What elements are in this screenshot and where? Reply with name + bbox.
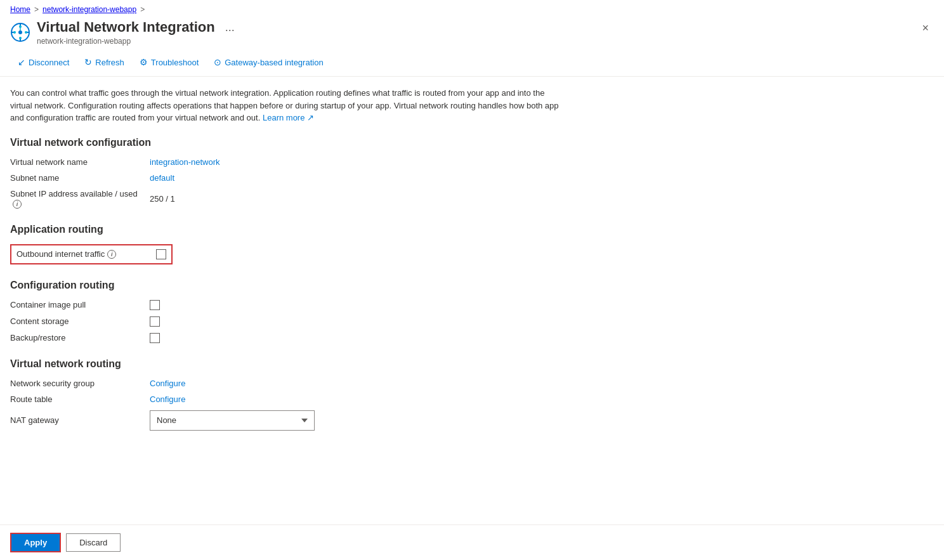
app-routing-section: Application routing Outbound internet tr… — [10, 224, 561, 264]
description: You can control what traffic goes throug… — [10, 87, 561, 124]
gateway-label: Gateway-based integration — [225, 58, 323, 67]
nsg-label: Network security group — [10, 379, 150, 388]
subnet-ip-label: Subnet IP address available / used i — [10, 189, 150, 209]
troubleshoot-label: Troubleshoot — [151, 58, 199, 67]
subnet-ip-info-icon: i — [13, 200, 22, 209]
nat-gateway-label: NAT gateway — [10, 415, 150, 425]
outbound-info-icon: i — [107, 250, 116, 259]
nat-gateway-dropdown[interactable]: None — [150, 410, 315, 431]
content-storage-checkbox[interactable] — [150, 316, 160, 327]
breadcrumb-app[interactable]: network-integration-webapp — [43, 5, 136, 14]
svg-point-7 — [19, 25, 22, 28]
config-routing-section: Configuration routing Container image pu… — [10, 280, 561, 343]
subnet-name-row: Subnet name default — [10, 173, 561, 183]
backup-restore-row: Backup/restore — [10, 333, 561, 343]
breadcrumb-sep1: > — [34, 5, 39, 14]
route-table-value[interactable]: Configure — [150, 394, 185, 404]
main-content: You can control what traffic goes throug… — [0, 77, 571, 497]
gateway-button[interactable]: ⊙ Gateway-based integration — [206, 53, 331, 71]
refresh-button[interactable]: ↻ Refresh — [77, 53, 132, 71]
disconnect-label: Disconnect — [29, 58, 69, 67]
troubleshoot-icon: ⚙ — [140, 57, 148, 67]
svg-point-10 — [25, 31, 27, 34]
breadcrumb-home[interactable]: Home — [10, 5, 30, 14]
svg-point-8 — [19, 37, 22, 39]
content-storage-row: Content storage — [10, 316, 561, 327]
breadcrumb: Home > network-integration-webapp > — [0, 0, 944, 16]
vnet-config-title: Virtual network configuration — [10, 137, 561, 148]
vnet-config-section: Virtual network configuration Virtual ne… — [10, 137, 561, 209]
disconnect-icon: ↙ — [18, 57, 25, 67]
route-table-row: Route table Configure — [10, 394, 561, 404]
subnet-ip-row: Subnet IP address available / used i 250… — [10, 189, 561, 209]
vnet-routing-section: Virtual network routing Network security… — [10, 358, 561, 431]
nsg-value[interactable]: Configure — [150, 379, 185, 388]
container-image-checkbox[interactable] — [150, 300, 160, 310]
content-storage-label: Content storage — [10, 316, 150, 326]
nat-gateway-row: NAT gateway None — [10, 410, 561, 431]
toolbar: ↙ Disconnect ↻ Refresh ⚙ Troubleshoot ⊙ … — [0, 51, 944, 77]
gateway-icon: ⊙ — [214, 57, 221, 67]
container-image-label: Container image pull — [10, 300, 150, 309]
container-image-row: Container image pull — [10, 300, 561, 310]
vnet-name-value[interactable]: integration-network — [150, 157, 220, 167]
outbound-internet-checkbox[interactable] — [156, 249, 166, 259]
svg-point-1 — [18, 30, 22, 34]
svg-point-9 — [13, 31, 16, 34]
breadcrumb-sep2: > — [140, 5, 145, 14]
subnet-name-label: Subnet name — [10, 173, 150, 183]
page-header: Virtual Network Integration ... network-… — [0, 16, 944, 51]
outbound-internet-row: Outbound internet traffic i — [10, 244, 173, 264]
disconnect-button[interactable]: ↙ Disconnect — [10, 53, 77, 71]
route-table-label: Route table — [10, 394, 150, 404]
page-title: Virtual Network Integration — [37, 19, 215, 36]
troubleshoot-button[interactable]: ⚙ Troubleshoot — [132, 53, 206, 71]
page-subtitle: network-integration-webapp — [37, 37, 239, 46]
learn-more-link[interactable]: Learn more ↗ — [263, 113, 314, 122]
refresh-label: Refresh — [95, 58, 124, 67]
nsg-row: Network security group Configure — [10, 379, 561, 388]
vnet-icon — [10, 22, 30, 42]
app-routing-title: Application routing — [10, 224, 561, 235]
subnet-name-value[interactable]: default — [150, 173, 174, 183]
vnet-name-row: Virtual network name integration-network — [10, 157, 561, 167]
ellipsis-button[interactable]: ... — [221, 20, 239, 36]
backup-restore-label: Backup/restore — [10, 333, 150, 342]
backup-restore-checkbox[interactable] — [150, 333, 160, 343]
subnet-ip-value: 250 / 1 — [150, 194, 175, 204]
vnet-routing-title: Virtual network routing — [10, 358, 561, 370]
outbound-internet-label: Outbound internet traffic i — [16, 249, 156, 259]
vnet-name-label: Virtual network name — [10, 157, 150, 167]
refresh-icon: ↻ — [84, 57, 92, 67]
config-routing-title: Configuration routing — [10, 280, 561, 291]
close-button[interactable]: × — [917, 19, 934, 37]
